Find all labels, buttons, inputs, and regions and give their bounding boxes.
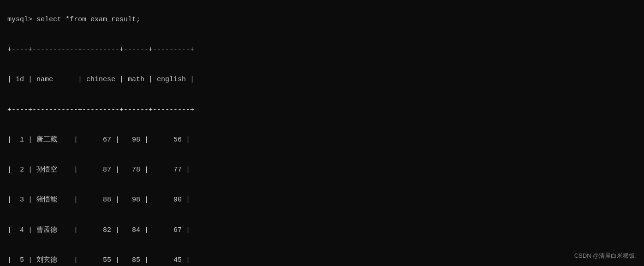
terminal-window: mysql> select *from exam_result; +----+-…	[7, 5, 637, 266]
query1-line: mysql> select *from exam_result;	[7, 16, 140, 24]
table-row: | 5 | 刘玄德 | 55 | 85 | 45 |	[7, 256, 190, 264]
table-row: | 3 | 猪悟能 | 88 | 98 | 90 |	[7, 196, 190, 204]
table-row: | 2 | 孙悟空 | 87 | 78 | 77 |	[7, 166, 190, 174]
separator-top-1: +----+-----------+---------+------+-----…	[7, 46, 194, 53]
table-row: | 4 | 曹孟德 | 82 | 84 | 67 |	[7, 226, 190, 234]
branding-text: CSDN @清晨白米稀饭.	[574, 252, 637, 260]
table-header-1: | id | name | chinese | math | english |	[7, 76, 194, 83]
table-row: | 1 | 唐三藏 | 67 | 98 | 56 |	[7, 136, 190, 144]
separator-header-1: +----+-----------+---------+------+-----…	[7, 106, 194, 114]
